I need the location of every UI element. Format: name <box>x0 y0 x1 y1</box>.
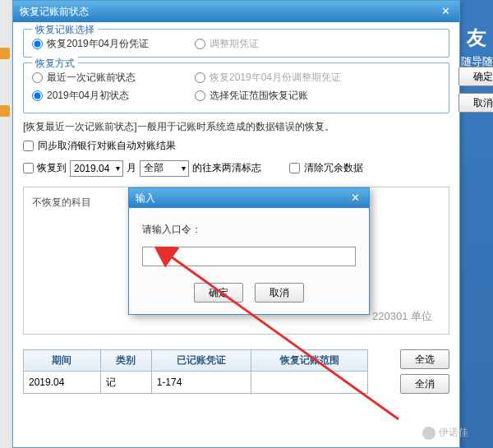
col-period: 期间 <box>24 350 101 372</box>
radio-label: 恢复2019年04月份调整期凭证 <box>210 71 341 85</box>
radio-input[interactable] <box>195 90 205 101</box>
checkbox-input[interactable] <box>289 163 300 173</box>
checkbox-clear-redundant[interactable]: 清除冗余数据 <box>289 161 363 175</box>
select-all-button[interactable]: 全选 <box>400 349 449 369</box>
col-range: 恢复记账范围 <box>251 350 368 372</box>
radio-select-range[interactable]: 选择凭证范围恢复记账 <box>195 89 343 103</box>
cell <box>251 372 368 394</box>
select-none-button[interactable]: 全消 <box>400 374 449 394</box>
label: 月 <box>127 161 136 175</box>
group-legend: 恢复方式 <box>32 57 78 71</box>
dialog-titlebar: 输入 ✕ <box>129 188 369 208</box>
radio-input[interactable] <box>32 90 43 101</box>
checkbox-restore-to[interactable] <box>23 163 34 173</box>
window-title: 恢复记账前状态 <box>20 5 89 19</box>
dialog-title: 输入 <box>136 192 155 206</box>
cell: 记 <box>100 372 151 394</box>
brand-char: 友 <box>460 25 493 51</box>
left-toolbar <box>0 48 10 117</box>
watermark-icon <box>422 427 435 440</box>
select-value: 全部 <box>144 161 164 175</box>
table-row[interactable]: 2019.04 记 1-174 <box>24 372 368 394</box>
radio-input[interactable] <box>195 72 205 83</box>
scope-select[interactable]: 全部 <box>140 160 189 177</box>
checkbox-label: 清除冗余数据 <box>304 161 363 175</box>
hint-text: [恢复最近一次记账前状态]一般用于记账时系统造成的数据错误的恢复。 <box>23 120 449 134</box>
checkbox-label: 同步取消银行对账自动对账结果 <box>38 139 176 153</box>
close-icon[interactable]: ✕ <box>438 5 453 18</box>
watermark-text: 伊诺佳 <box>439 426 468 440</box>
radio-adjust-period[interactable]: 调整期凭证 <box>195 37 343 51</box>
close-icon[interactable]: ✕ <box>348 192 362 205</box>
restore-method-group: 恢复方式 最近一次记账前状态 恢复2019年04月份调整期凭证 2019年04月… <box>23 62 449 113</box>
side-icon[interactable] <box>0 105 10 117</box>
checkbox-sync-bank[interactable]: 同步取消银行对账自动对账结果 <box>23 139 449 153</box>
col-type: 类别 <box>100 350 151 372</box>
ok-button[interactable]: 确定 <box>458 67 493 86</box>
period-select[interactable]: 2019.04 <box>70 160 123 177</box>
voucher-table: 期间 类别 已记账凭证 恢复记账范围 2019.04 记 1-174 <box>23 349 368 394</box>
radio-label: 2019年04月初状态 <box>47 89 129 103</box>
cell: 1-174 <box>151 372 251 394</box>
password-label: 请输入口令： <box>142 223 356 237</box>
radio-label: 恢复2019年04月份凭证 <box>47 37 149 51</box>
cancel-button[interactable]: 取消 <box>458 93 493 113</box>
cell: 2019.04 <box>24 372 101 394</box>
titlebar: 恢复记账前状态 ✕ <box>13 1 459 22</box>
obscured-text: 220301 单位 <box>372 309 432 324</box>
col-booked: 已记账凭证 <box>151 350 251 372</box>
radio-input[interactable] <box>32 39 43 49</box>
watermark: 伊诺佳 <box>422 426 468 440</box>
radio-last-state[interactable]: 最近一次记账前状态 <box>32 71 180 85</box>
password-input[interactable] <box>142 247 356 266</box>
radio-label: 调整期凭证 <box>210 37 259 51</box>
select-value: 2019.04 <box>74 163 109 174</box>
radio-label: 最近一次记账前状态 <box>47 71 136 85</box>
radio-month-begin[interactable]: 2019年04月初状态 <box>32 89 180 103</box>
password-dialog: 输入 ✕ 请输入口令： 确定 取消 <box>128 187 370 315</box>
restore-to-row: 恢复到 2019.04 月 全部 的往来两清标志 清除冗余数据 <box>23 158 449 178</box>
radio-label: 选择凭证范围恢复记账 <box>210 89 308 103</box>
dialog-cancel-button[interactable]: 取消 <box>255 283 304 303</box>
radio-input[interactable] <box>195 39 205 49</box>
checkbox-input[interactable] <box>23 141 34 151</box>
dialog-ok-button[interactable]: 确定 <box>194 283 243 303</box>
radio-input[interactable] <box>32 72 43 83</box>
radio-restore-adjust[interactable]: 恢复2019年04月份调整期凭证 <box>195 71 343 85</box>
radio-restore-month[interactable]: 恢复2019年04月份凭证 <box>32 37 180 51</box>
label: 恢复到 <box>37 161 67 175</box>
group-legend: 恢复记账选择 <box>32 23 98 37</box>
restore-select-group: 恢复记账选择 恢复2019年04月份凭证 调整期凭证 <box>23 29 449 58</box>
side-icon[interactable] <box>0 48 10 59</box>
label: 的往来两清标志 <box>192 161 261 175</box>
